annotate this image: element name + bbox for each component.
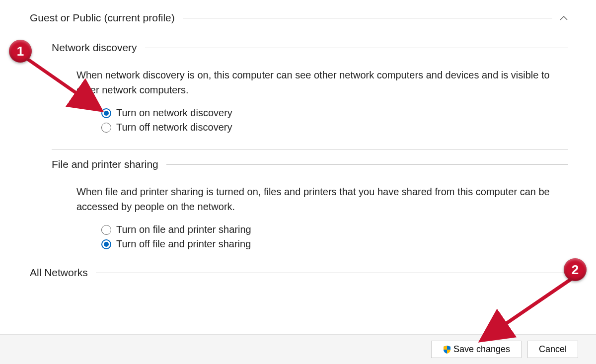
profile-header-guest-public[interactable]: Guest or Public (current profile) [30,12,568,24]
divider [96,273,568,273]
section-file-printer-sharing: File and printer sharing When file and p… [52,158,568,250]
section-title-network-discovery: Network discovery [52,42,137,54]
radio-turn-off-file-printer-sharing[interactable]: Turn off file and printer sharing [101,238,568,250]
divider [183,18,552,18]
radio-label: Turn on file and printer sharing [116,224,251,235]
annotation-badge-1: 1 [9,40,32,63]
cancel-button[interactable]: Cancel [527,341,578,358]
radio-label: Turn on network discovery [116,107,232,119]
profile-header-all-networks[interactable]: All Networks [30,267,568,279]
radio-icon [101,239,111,249]
radio-label: Turn off file and printer sharing [116,238,251,250]
radio-icon [101,123,111,133]
save-changes-button[interactable]: Save changes [431,341,522,358]
radio-icon [101,108,111,118]
section-desc-network-discovery: When network discovery is on, this compu… [76,68,563,97]
footer-bar: Save changes Cancel [0,334,596,364]
button-label: Cancel [539,344,567,355]
button-label: Save changes [453,344,510,355]
divider [145,48,568,48]
radio-label: Turn off network discovery [116,122,232,133]
section-title-file-printer: File and printer sharing [52,158,158,170]
section-desc-file-printer: When file and printer sharing is turned … [76,184,563,214]
radio-turn-on-network-discovery[interactable]: Turn on network discovery [101,107,568,119]
profile-title: Guest or Public (current profile) [30,12,175,24]
uac-shield-icon [443,345,451,354]
radio-icon [101,225,111,235]
annotation-badge-2: 2 [564,258,587,281]
radio-turn-on-file-printer-sharing[interactable]: Turn on file and printer sharing [101,224,568,235]
chevron-up-icon [559,13,568,22]
profile-title: All Networks [30,267,88,279]
radio-turn-off-network-discovery[interactable]: Turn off network discovery [101,122,568,133]
divider [166,164,568,165]
divider [52,149,568,149]
section-network-discovery: Network discovery When network discovery… [52,42,568,133]
svg-line-1 [487,279,571,337]
